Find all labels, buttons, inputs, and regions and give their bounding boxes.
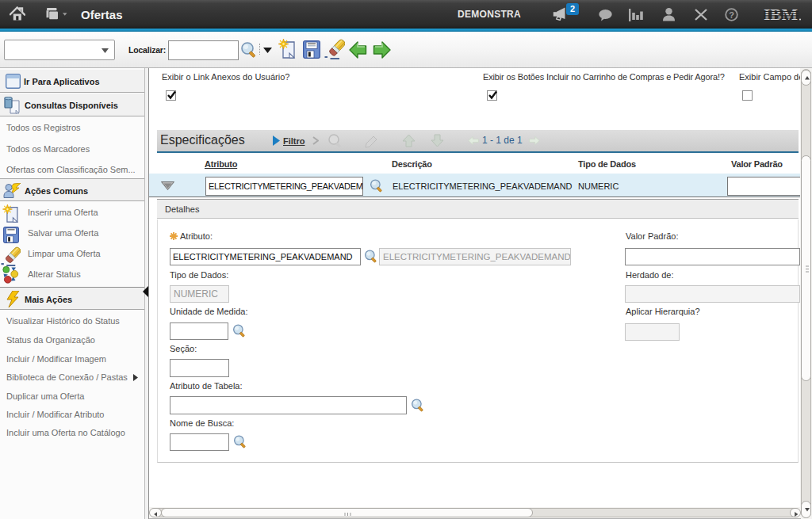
svg-text:IBM: IBM <box>764 9 798 21</box>
svg-text:?: ? <box>729 10 734 20</box>
